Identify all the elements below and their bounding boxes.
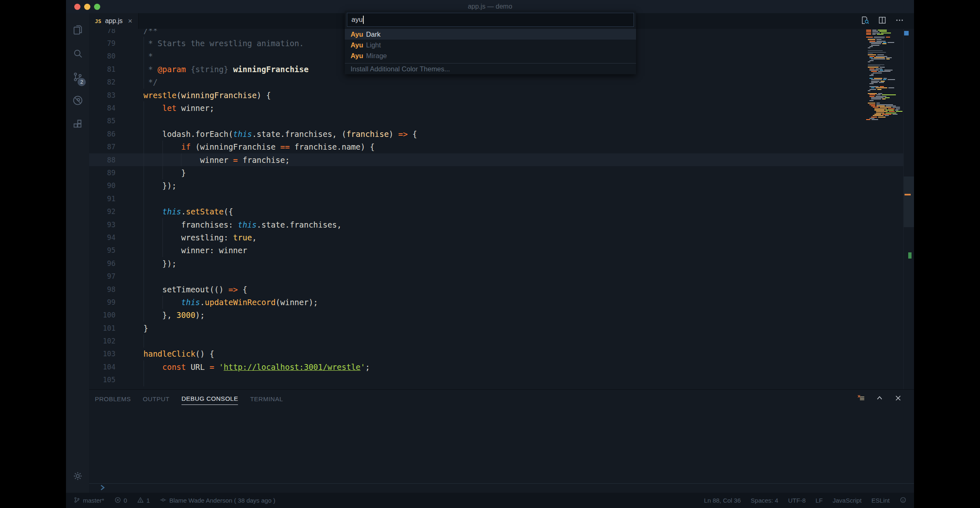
indent-guide (144, 76, 144, 89)
line-number[interactable]: 83 (89, 91, 122, 99)
split-editor-icon[interactable] (878, 16, 887, 26)
code-line[interactable]: 98 setTimeout(() => { (89, 283, 903, 296)
code-line[interactable]: 82 */ (89, 76, 903, 89)
line-number[interactable]: 100 (89, 311, 122, 319)
line-number[interactable]: 103 (89, 350, 122, 358)
code-editor[interactable]: 78 /**79 * Starts the wrestling animatio… (89, 29, 914, 389)
quick-pick-item-ayu-light[interactable]: AyuLight (345, 40, 636, 50)
line-number[interactable]: 91 (89, 195, 122, 203)
line-number[interactable]: 80 (89, 52, 122, 60)
quick-pick-item-ayu-mirage[interactable]: AyuMirage (345, 50, 636, 61)
line-number[interactable]: 95 (89, 246, 122, 254)
debug-console-input[interactable] (89, 483, 914, 493)
line-text: winner = franchise; (122, 153, 903, 166)
code-line[interactable]: 90 }); (89, 179, 903, 192)
minimize-window-button[interactable] (84, 4, 90, 10)
line-number[interactable]: 87 (89, 143, 122, 151)
code-line[interactable]: 87 if (winningFranchise == franchise.nam… (89, 141, 903, 153)
indent-guide (144, 115, 144, 127)
line-number[interactable]: 93 (89, 221, 122, 229)
panel-tab-terminal[interactable]: TERMINAL (250, 391, 283, 405)
activity-item-source-control[interactable]: 2 (66, 66, 89, 89)
line-number[interactable]: 89 (89, 169, 122, 177)
code-line[interactable]: 84 let winner; (89, 101, 903, 114)
status-item-utf-8[interactable]: UTF-8 (788, 497, 806, 504)
code-line[interactable]: 96 }); (89, 257, 903, 270)
clear-console-icon[interactable] (857, 394, 865, 404)
code-line[interactable]: 99 this.updateWinRecord(winner); (89, 296, 903, 308)
panel-tab-debug-console[interactable]: DEBUG CONSOLE (181, 391, 238, 405)
tab-close-icon[interactable]: × (128, 17, 132, 26)
status-item-1[interactable]: 1 (137, 496, 150, 505)
code-line[interactable]: 100 }, 3000); (89, 309, 903, 322)
debug-console-output[interactable] (89, 406, 914, 483)
code-line[interactable]: 103 handleClick() { (89, 348, 903, 360)
line-number[interactable]: 98 (89, 285, 122, 294)
quick-pick-install-themes[interactable]: Install Additional Color Themes... (345, 63, 636, 74)
code-line[interactable]: 86 lodash.forEach(this.state.franchises,… (89, 127, 903, 140)
line-number[interactable]: 99 (89, 298, 122, 306)
line-number[interactable]: 85 (89, 117, 122, 125)
quick-pick-item-ayu-dark[interactable]: AyuDark (345, 29, 636, 40)
status-item-javascript[interactable]: JavaScript (833, 497, 862, 504)
quick-pick-input[interactable]: ayu (347, 13, 634, 27)
line-number[interactable]: 82 (89, 78, 122, 86)
status-item-eslint[interactable]: ESLint (872, 497, 890, 504)
activity-item-settings[interactable] (66, 465, 89, 489)
status-item-spaces-4[interactable]: Spaces: 4 (751, 497, 778, 504)
line-number[interactable]: 94 (89, 233, 122, 242)
line-number[interactable]: 88 (89, 156, 122, 164)
indent-guide (163, 153, 163, 166)
status-item-lf[interactable]: LF (815, 497, 823, 504)
code-line[interactable]: 104 const URL = 'http://localhost:3001/w… (89, 360, 903, 373)
code-line[interactable]: 83 wrestle(winningFranchise) { (89, 89, 903, 101)
code-line[interactable]: 92 this.setState({ (89, 205, 903, 218)
close-panel-icon[interactable] (894, 394, 902, 404)
code-line[interactable]: 94 wrestling: true, (89, 231, 903, 244)
line-number[interactable]: 96 (89, 259, 122, 268)
code-line[interactable]: 91 (89, 192, 903, 205)
code-line[interactable]: 105 (89, 374, 903, 386)
open-changes-icon[interactable] (860, 16, 869, 26)
activity-item-extensions[interactable] (66, 113, 89, 136)
line-number[interactable]: 90 (89, 181, 122, 190)
code-line[interactable]: 85 (89, 115, 903, 127)
line-number[interactable]: 81 (89, 65, 122, 73)
status-item-blame-wade-anderson-38-days-ago[interactable]: Blame Wade Anderson ( 38 days ago ) (160, 496, 275, 505)
line-number[interactable]: 84 (89, 104, 122, 112)
line-number[interactable]: 92 (89, 207, 122, 216)
maximize-panel-icon[interactable] (875, 394, 884, 404)
more-actions-icon[interactable] (895, 16, 904, 26)
code-line[interactable]: 102 (89, 334, 903, 347)
line-number[interactable]: 104 (89, 363, 122, 371)
activity-item-search[interactable] (66, 42, 89, 66)
code-line[interactable]: 97 (89, 270, 903, 282)
panel-tab-output[interactable]: OUTPUT (143, 391, 170, 405)
overview-ruler[interactable] (903, 29, 914, 389)
line-number[interactable]: 78 (89, 29, 122, 35)
line-number[interactable]: 86 (89, 130, 122, 138)
line-number[interactable]: 97 (89, 272, 122, 280)
code-line[interactable]: 101 } (89, 322, 903, 334)
code-line[interactable]: 93 franchises: this.state.franchises, (89, 218, 903, 231)
line-number[interactable]: 105 (89, 376, 122, 384)
line-number[interactable]: 101 (89, 324, 122, 332)
status-item-0[interactable]: 0 (114, 496, 127, 505)
line-number[interactable]: 79 (89, 39, 122, 47)
panel-tab-problems[interactable]: PROBLEMS (95, 391, 131, 405)
code-line[interactable]: 88 winner = franchise; (89, 153, 903, 166)
tab-appjs[interactable]: JS app.js × (89, 13, 139, 29)
line-number[interactable]: 102 (89, 337, 122, 345)
code-line[interactable]: 95 winner: winner (89, 244, 903, 257)
zoom-window-button[interactable] (94, 4, 100, 10)
status-item-ln-88-col-36[interactable]: Ln 88, Col 36 (704, 497, 741, 504)
scrollbar-slider[interactable] (904, 176, 914, 227)
code-line[interactable]: 89 } (89, 166, 903, 179)
close-window-button[interactable] (74, 4, 80, 10)
status-item-master[interactable]: master* (73, 496, 104, 505)
activity-item-files[interactable] (66, 19, 89, 42)
line-text (122, 334, 903, 347)
activity-item-debug-disabled[interactable] (66, 89, 89, 113)
minimap[interactable] (866, 30, 902, 121)
status-item-smiley-icon[interactable] (900, 496, 907, 505)
